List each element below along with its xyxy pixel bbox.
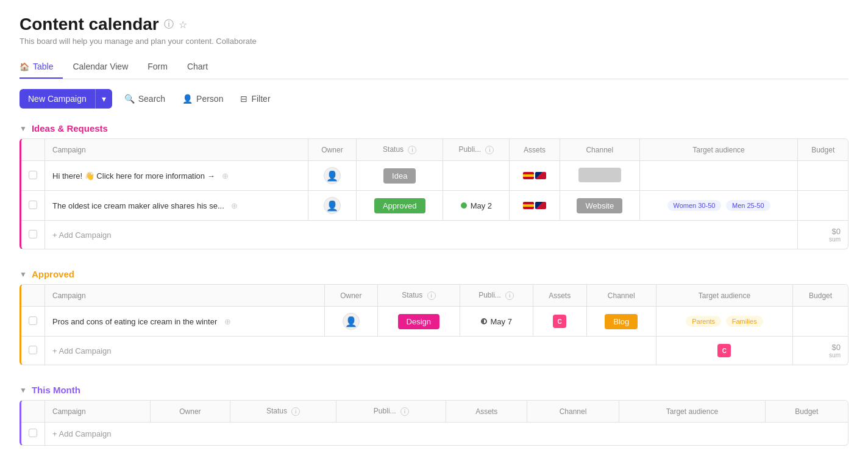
avatar: 👤 <box>324 167 341 184</box>
add-owner-icon[interactable]: ⊕ <box>222 171 229 180</box>
page-subtitle: This board will help you manage and plan… <box>20 37 848 46</box>
status-badge-design: Design <box>398 314 439 329</box>
person-button[interactable]: 👤 Person <box>177 90 228 107</box>
dot-green <box>461 202 467 209</box>
flag-es <box>523 202 534 209</box>
col-header-campaign: Campaign <box>45 401 151 423</box>
add-campaign-cell[interactable]: + Add Campaign <box>45 221 798 249</box>
status-info-icon[interactable]: i <box>427 291 436 300</box>
status-badge: Approved <box>374 198 425 213</box>
add-campaign-cell[interactable]: + Add Campaign <box>45 337 656 365</box>
star-icon-btn[interactable]: ☆ <box>179 19 187 30</box>
col-header-budget: Budget <box>793 285 848 307</box>
col-header-status: Status i <box>357 139 443 161</box>
audience-tag: Men 25-50 <box>726 200 770 211</box>
tab-form[interactable]: Form <box>138 55 177 79</box>
new-campaign-button[interactable]: New Campaign ▾ <box>20 89 112 109</box>
section-title-this-month: This Month <box>32 385 80 395</box>
audience-tag: Families <box>726 316 763 327</box>
col-header-audience: Target audience <box>619 401 766 423</box>
table-this-month: Campaign Owner Status i Publi... i Asset… <box>20 400 848 446</box>
col-header-owner: Owner <box>150 401 230 423</box>
status-info-icon[interactable]: i <box>408 146 416 154</box>
col-header-channel: Channel <box>586 285 656 307</box>
budget-sum-cell: $0 sum <box>798 221 848 249</box>
table-row: The oldest ice cream maker alive shares … <box>21 191 848 221</box>
campaign-name: Pros and cons of eating ice cream in the… <box>52 317 217 326</box>
status-info-icon[interactable]: i <box>291 407 300 416</box>
col-header-channel: Channel <box>527 401 619 423</box>
home-icon: 🏠 <box>20 62 29 71</box>
section-title-ideas-requests: Ideas & Requests <box>32 123 108 134</box>
filter-icon: ⊟ <box>240 94 247 104</box>
tab-table[interactable]: 🏠 Table <box>20 55 63 79</box>
section-this-month: ▼ This Month Campaign Owner Status i Pub… <box>20 385 848 446</box>
avatar: 👤 <box>343 313 360 330</box>
col-header-campaign: Campaign <box>45 285 325 307</box>
add-owner-icon[interactable]: ⊕ <box>224 317 231 326</box>
channel-badge-website: Website <box>577 198 622 213</box>
row-checkbox[interactable] <box>29 230 37 238</box>
col-header-campaign: Campaign <box>45 139 308 161</box>
chevron-this-month[interactable]: ▼ <box>20 386 27 395</box>
row-checkbox[interactable] <box>29 346 37 354</box>
col-header-budget: Budget <box>798 139 848 161</box>
info-icon-btn[interactable]: ⓘ <box>164 18 174 31</box>
add-campaign-row[interactable]: + Add Campaign C $0 sum <box>21 337 848 365</box>
row-checkbox[interactable] <box>29 429 37 437</box>
col-header-status: Status i <box>377 285 460 307</box>
campaign-name: The oldest ice cream maker alive shares … <box>52 201 224 210</box>
assets-cell: C <box>541 315 579 328</box>
search-icon: 🔍 <box>124 94 135 104</box>
col-header-budget: Budget <box>765 401 848 423</box>
asset-icon: C <box>553 315 566 328</box>
add-campaign-row[interactable]: + Add Campaign $0 sum <box>21 221 848 249</box>
date-text: May 7 <box>491 317 512 326</box>
section-approved: ▼ Approved Campaign Owner Status i Publi… <box>20 269 848 365</box>
col-header-channel: Channel <box>560 139 639 161</box>
add-campaign-cell[interactable]: + Add Campaign <box>45 423 848 446</box>
audience-tag: Women 30-50 <box>667 200 722 211</box>
chevron-ideas-requests[interactable]: ▼ <box>20 124 27 133</box>
col-header-owner: Owner <box>308 139 356 161</box>
budget-sum-cell: $0 sum <box>793 337 848 365</box>
section-title-approved: Approved <box>32 269 74 279</box>
date-cell: May 2 <box>450 201 502 210</box>
assets-flags <box>517 202 552 209</box>
campaign-name: Hi there! 👋 Click here for more informat… <box>52 171 215 180</box>
row-checkbox[interactable] <box>29 316 37 325</box>
table-row: Pros and cons of eating ice cream in the… <box>21 307 848 337</box>
table-approved: Campaign Owner Status i Publi... i Asset… <box>20 284 848 365</box>
asset-icon-empty: C <box>717 344 731 357</box>
section-ideas-requests: ▼ Ideas & Requests Campaign Owner Status… <box>20 123 848 249</box>
filter-button[interactable]: ⊟ Filter <box>235 90 275 107</box>
tab-bar: 🏠 Table Calendar View Form Chart <box>20 55 848 79</box>
page-title: Content calendar <box>20 15 159 34</box>
channel-empty <box>578 168 621 182</box>
col-header-audience: Target audience <box>656 285 792 307</box>
search-button[interactable]: 🔍 Search <box>119 90 170 107</box>
col-header-owner: Owner <box>324 285 377 307</box>
add-owner-icon[interactable]: ⊕ <box>231 201 238 210</box>
new-campaign-dropdown-arrow[interactable]: ▾ <box>95 89 112 109</box>
col-header-status: Status i <box>230 401 336 423</box>
dot-half <box>481 318 487 324</box>
tab-chart[interactable]: Chart <box>177 55 218 79</box>
col-header-publi: Publi... i <box>336 401 446 423</box>
row-checkbox[interactable] <box>29 171 37 179</box>
row-checkbox[interactable] <box>29 201 37 209</box>
flag-en <box>535 202 546 209</box>
col-header-publi: Publi... i <box>443 139 510 161</box>
chevron-approved[interactable]: ▼ <box>20 270 27 279</box>
flag-en <box>535 172 546 179</box>
tab-calendar-view[interactable]: Calendar View <box>63 55 138 79</box>
person-icon: 👤 <box>182 94 193 104</box>
publi-info-icon[interactable]: i <box>400 407 409 416</box>
col-header-publi: Publi... i <box>460 285 533 307</box>
publi-info-icon[interactable]: i <box>485 146 494 154</box>
status-badge: Idea <box>383 168 416 184</box>
toolbar: New Campaign ▾ 🔍 Search 👤 Person ⊟ Filte… <box>20 89 848 109</box>
add-campaign-row[interactable]: + Add Campaign <box>21 423 848 446</box>
publi-info-icon[interactable]: i <box>505 291 514 300</box>
channel-badge-blog: Blog <box>605 314 638 329</box>
